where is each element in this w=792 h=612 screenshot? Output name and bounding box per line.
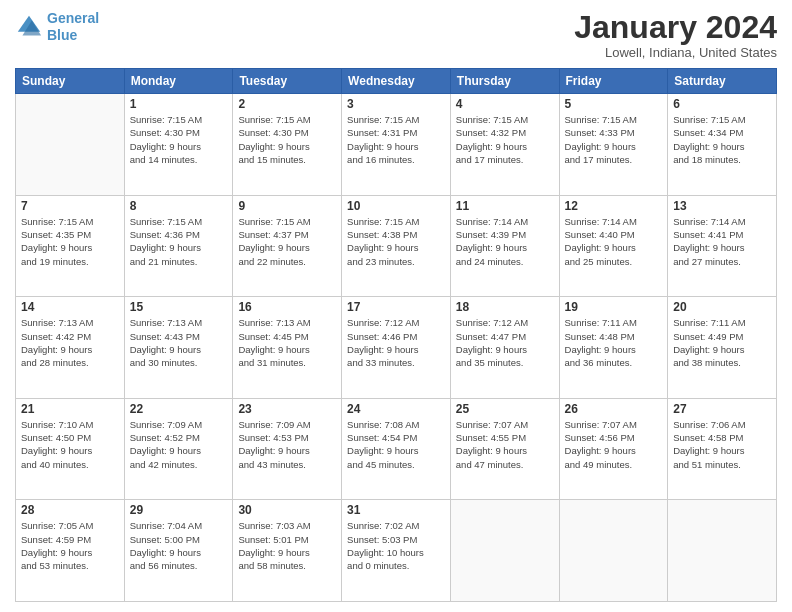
day-number: 16 <box>238 300 336 314</box>
header-row: SundayMondayTuesdayWednesdayThursdayFrid… <box>16 69 777 94</box>
day-info: Sunrise: 7:14 AMSunset: 4:39 PMDaylight:… <box>456 215 554 268</box>
day-number: 31 <box>347 503 445 517</box>
day-header-monday: Monday <box>124 69 233 94</box>
day-info: Sunrise: 7:15 AMSunset: 4:33 PMDaylight:… <box>565 113 663 166</box>
logo-text: General Blue <box>47 10 99 44</box>
day-cell: 6Sunrise: 7:15 AMSunset: 4:34 PMDaylight… <box>668 94 777 196</box>
day-cell <box>16 94 125 196</box>
day-info: Sunrise: 7:14 AMSunset: 4:41 PMDaylight:… <box>673 215 771 268</box>
day-number: 12 <box>565 199 663 213</box>
day-info: Sunrise: 7:04 AMSunset: 5:00 PMDaylight:… <box>130 519 228 572</box>
day-number: 8 <box>130 199 228 213</box>
day-number: 21 <box>21 402 119 416</box>
week-row-3: 14Sunrise: 7:13 AMSunset: 4:42 PMDayligh… <box>16 297 777 399</box>
day-header-saturday: Saturday <box>668 69 777 94</box>
day-info: Sunrise: 7:03 AMSunset: 5:01 PMDaylight:… <box>238 519 336 572</box>
day-number: 5 <box>565 97 663 111</box>
day-cell: 2Sunrise: 7:15 AMSunset: 4:30 PMDaylight… <box>233 94 342 196</box>
week-row-4: 21Sunrise: 7:10 AMSunset: 4:50 PMDayligh… <box>16 398 777 500</box>
day-cell: 8Sunrise: 7:15 AMSunset: 4:36 PMDaylight… <box>124 195 233 297</box>
day-cell: 15Sunrise: 7:13 AMSunset: 4:43 PMDayligh… <box>124 297 233 399</box>
day-info: Sunrise: 7:05 AMSunset: 4:59 PMDaylight:… <box>21 519 119 572</box>
day-info: Sunrise: 7:15 AMSunset: 4:30 PMDaylight:… <box>130 113 228 166</box>
day-header-sunday: Sunday <box>16 69 125 94</box>
day-number: 3 <box>347 97 445 111</box>
day-info: Sunrise: 7:07 AMSunset: 4:55 PMDaylight:… <box>456 418 554 471</box>
day-number: 15 <box>130 300 228 314</box>
day-cell: 14Sunrise: 7:13 AMSunset: 4:42 PMDayligh… <box>16 297 125 399</box>
day-cell: 19Sunrise: 7:11 AMSunset: 4:48 PMDayligh… <box>559 297 668 399</box>
day-number: 1 <box>130 97 228 111</box>
day-cell: 7Sunrise: 7:15 AMSunset: 4:35 PMDaylight… <box>16 195 125 297</box>
day-info: Sunrise: 7:15 AMSunset: 4:30 PMDaylight:… <box>238 113 336 166</box>
day-cell: 20Sunrise: 7:11 AMSunset: 4:49 PMDayligh… <box>668 297 777 399</box>
day-header-friday: Friday <box>559 69 668 94</box>
day-cell: 9Sunrise: 7:15 AMSunset: 4:37 PMDaylight… <box>233 195 342 297</box>
day-cell: 10Sunrise: 7:15 AMSunset: 4:38 PMDayligh… <box>342 195 451 297</box>
logo: General Blue <box>15 10 99 44</box>
day-cell: 24Sunrise: 7:08 AMSunset: 4:54 PMDayligh… <box>342 398 451 500</box>
month-title: January 2024 <box>574 10 777 45</box>
day-info: Sunrise: 7:10 AMSunset: 4:50 PMDaylight:… <box>21 418 119 471</box>
day-number: 14 <box>21 300 119 314</box>
day-info: Sunrise: 7:11 AMSunset: 4:49 PMDaylight:… <box>673 316 771 369</box>
day-cell: 22Sunrise: 7:09 AMSunset: 4:52 PMDayligh… <box>124 398 233 500</box>
logo-line2: Blue <box>47 27 77 43</box>
day-info: Sunrise: 7:12 AMSunset: 4:46 PMDaylight:… <box>347 316 445 369</box>
day-cell: 11Sunrise: 7:14 AMSunset: 4:39 PMDayligh… <box>450 195 559 297</box>
day-cell: 26Sunrise: 7:07 AMSunset: 4:56 PMDayligh… <box>559 398 668 500</box>
day-number: 28 <box>21 503 119 517</box>
day-info: Sunrise: 7:11 AMSunset: 4:48 PMDaylight:… <box>565 316 663 369</box>
day-number: 10 <box>347 199 445 213</box>
day-info: Sunrise: 7:15 AMSunset: 4:32 PMDaylight:… <box>456 113 554 166</box>
calendar-table: SundayMondayTuesdayWednesdayThursdayFrid… <box>15 68 777 602</box>
day-cell: 27Sunrise: 7:06 AMSunset: 4:58 PMDayligh… <box>668 398 777 500</box>
day-number: 25 <box>456 402 554 416</box>
day-number: 13 <box>673 199 771 213</box>
day-cell <box>668 500 777 602</box>
week-row-2: 7Sunrise: 7:15 AMSunset: 4:35 PMDaylight… <box>16 195 777 297</box>
day-cell: 3Sunrise: 7:15 AMSunset: 4:31 PMDaylight… <box>342 94 451 196</box>
day-info: Sunrise: 7:13 AMSunset: 4:42 PMDaylight:… <box>21 316 119 369</box>
week-row-5: 28Sunrise: 7:05 AMSunset: 4:59 PMDayligh… <box>16 500 777 602</box>
day-cell: 1Sunrise: 7:15 AMSunset: 4:30 PMDaylight… <box>124 94 233 196</box>
day-cell: 4Sunrise: 7:15 AMSunset: 4:32 PMDaylight… <box>450 94 559 196</box>
title-section: January 2024 Lowell, Indiana, United Sta… <box>574 10 777 60</box>
day-info: Sunrise: 7:08 AMSunset: 4:54 PMDaylight:… <box>347 418 445 471</box>
day-number: 22 <box>130 402 228 416</box>
day-number: 19 <box>565 300 663 314</box>
day-info: Sunrise: 7:15 AMSunset: 4:37 PMDaylight:… <box>238 215 336 268</box>
day-cell: 28Sunrise: 7:05 AMSunset: 4:59 PMDayligh… <box>16 500 125 602</box>
day-number: 6 <box>673 97 771 111</box>
day-number: 17 <box>347 300 445 314</box>
day-number: 24 <box>347 402 445 416</box>
day-header-tuesday: Tuesday <box>233 69 342 94</box>
day-cell: 21Sunrise: 7:10 AMSunset: 4:50 PMDayligh… <box>16 398 125 500</box>
day-info: Sunrise: 7:13 AMSunset: 4:43 PMDaylight:… <box>130 316 228 369</box>
logo-line1: General <box>47 10 99 26</box>
day-number: 18 <box>456 300 554 314</box>
day-header-thursday: Thursday <box>450 69 559 94</box>
day-info: Sunrise: 7:15 AMSunset: 4:35 PMDaylight:… <box>21 215 119 268</box>
day-info: Sunrise: 7:12 AMSunset: 4:47 PMDaylight:… <box>456 316 554 369</box>
day-number: 30 <box>238 503 336 517</box>
day-number: 9 <box>238 199 336 213</box>
day-cell: 12Sunrise: 7:14 AMSunset: 4:40 PMDayligh… <box>559 195 668 297</box>
day-cell: 16Sunrise: 7:13 AMSunset: 4:45 PMDayligh… <box>233 297 342 399</box>
day-cell: 30Sunrise: 7:03 AMSunset: 5:01 PMDayligh… <box>233 500 342 602</box>
day-info: Sunrise: 7:07 AMSunset: 4:56 PMDaylight:… <box>565 418 663 471</box>
day-number: 2 <box>238 97 336 111</box>
day-cell: 29Sunrise: 7:04 AMSunset: 5:00 PMDayligh… <box>124 500 233 602</box>
day-info: Sunrise: 7:15 AMSunset: 4:31 PMDaylight:… <box>347 113 445 166</box>
day-cell: 25Sunrise: 7:07 AMSunset: 4:55 PMDayligh… <box>450 398 559 500</box>
day-number: 7 <box>21 199 119 213</box>
day-number: 23 <box>238 402 336 416</box>
day-info: Sunrise: 7:13 AMSunset: 4:45 PMDaylight:… <box>238 316 336 369</box>
location: Lowell, Indiana, United States <box>574 45 777 60</box>
day-info: Sunrise: 7:09 AMSunset: 4:52 PMDaylight:… <box>130 418 228 471</box>
day-cell: 13Sunrise: 7:14 AMSunset: 4:41 PMDayligh… <box>668 195 777 297</box>
page: General Blue January 2024 Lowell, Indian… <box>0 0 792 612</box>
day-number: 27 <box>673 402 771 416</box>
day-info: Sunrise: 7:02 AMSunset: 5:03 PMDaylight:… <box>347 519 445 572</box>
day-info: Sunrise: 7:15 AMSunset: 4:36 PMDaylight:… <box>130 215 228 268</box>
